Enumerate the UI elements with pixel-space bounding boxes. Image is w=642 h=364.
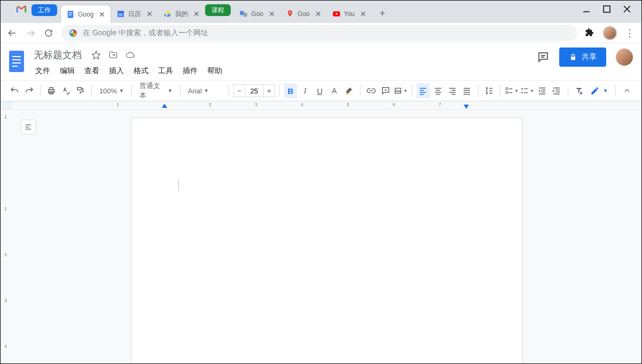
highlight-button[interactable] xyxy=(342,83,355,98)
increase-indent-button[interactable] xyxy=(550,83,563,98)
decrease-indent-button[interactable] xyxy=(536,83,549,98)
align-right-button[interactable] xyxy=(446,83,459,98)
print-button[interactable] xyxy=(45,83,58,98)
font-select[interactable]: Arial▼ xyxy=(185,83,224,98)
close-icon[interactable]: ✕ xyxy=(193,10,200,18)
tab-docs[interactable]: Goog ✕ xyxy=(60,5,111,23)
bold-button[interactable]: B xyxy=(284,83,297,98)
editing-mode-button[interactable]: ▼ xyxy=(587,83,611,98)
drive-favicon-icon xyxy=(163,10,172,18)
extensions-icon[interactable] xyxy=(585,28,596,38)
tab-work[interactable]: 工作 xyxy=(32,4,57,16)
svg-point-55 xyxy=(521,88,523,90)
menu-tools[interactable]: 工具 xyxy=(154,64,177,78)
docs-logo-icon[interactable] xyxy=(7,49,26,74)
underline-button[interactable]: U xyxy=(313,83,326,98)
calendar-favicon-icon: 31 xyxy=(116,10,125,18)
align-center-button[interactable] xyxy=(432,83,444,98)
svg-rect-0 xyxy=(68,11,74,18)
font-size-input[interactable]: 25 xyxy=(245,84,263,97)
maps-favicon-icon xyxy=(286,10,294,18)
tab-classroom[interactable]: 课程 xyxy=(205,4,231,16)
menu-help[interactable]: 帮助 xyxy=(203,64,226,78)
cloud-status-icon[interactable] xyxy=(126,50,135,60)
menu-file[interactable]: 文件 xyxy=(32,64,54,78)
insert-link-button[interactable] xyxy=(364,83,377,98)
redo-button[interactable] xyxy=(22,83,35,98)
paint-format-button[interactable] xyxy=(74,83,87,98)
document-page[interactable] xyxy=(131,117,523,364)
paragraph-style-select[interactable]: 普通文本▼ xyxy=(136,83,176,98)
font-size-stepper: − 25 + xyxy=(233,84,275,97)
checklist-button[interactable]: ▼ xyxy=(505,83,519,98)
maximize-icon[interactable] xyxy=(603,5,610,13)
svg-point-9 xyxy=(289,12,291,13)
more-menu-icon[interactable]: ⋮ xyxy=(624,27,635,39)
first-line-indent-icon[interactable] xyxy=(162,104,167,108)
tab-translate[interactable]: Goo ✕ xyxy=(234,5,280,23)
text-cursor xyxy=(178,179,179,191)
align-justify-button[interactable] xyxy=(460,83,473,98)
svg-rect-18 xyxy=(12,59,21,60)
pencil-icon xyxy=(590,86,600,96)
move-icon[interactable] xyxy=(108,50,118,60)
font-size-decrease[interactable]: − xyxy=(233,84,245,97)
svg-rect-31 xyxy=(395,88,401,93)
new-tab-button[interactable]: + xyxy=(375,6,390,21)
align-left-button[interactable] xyxy=(417,83,429,98)
close-icon[interactable]: ✕ xyxy=(99,10,105,19)
close-window-icon[interactable] xyxy=(623,5,631,13)
tab-drive[interactable]: 我的 ✕ xyxy=(158,5,205,23)
reload-icon[interactable] xyxy=(43,28,54,38)
font-size-increase[interactable]: + xyxy=(263,84,275,97)
line-spacing-button[interactable] xyxy=(483,83,496,98)
tab-label: 我的 xyxy=(175,10,188,19)
tab-maps[interactable]: Goo ✕ xyxy=(280,5,327,23)
profile-avatar[interactable] xyxy=(603,26,617,40)
menu-addons[interactable]: 插件 xyxy=(179,64,201,78)
close-icon[interactable]: ✕ xyxy=(269,10,275,18)
svg-rect-16 xyxy=(9,51,24,72)
right-indent-icon[interactable] xyxy=(464,105,469,109)
star-icon[interactable] xyxy=(91,50,101,60)
menu-edit[interactable]: 编辑 xyxy=(56,64,79,78)
account-avatar[interactable] xyxy=(616,49,633,66)
minimize-icon[interactable] xyxy=(583,5,590,13)
italic-button[interactable]: I xyxy=(299,83,311,98)
menu-format[interactable]: 格式 xyxy=(130,64,152,78)
text-color-button[interactable]: A xyxy=(328,83,341,98)
outline-toggle-button[interactable] xyxy=(21,120,36,134)
clear-formatting-button[interactable] xyxy=(573,83,585,98)
close-icon[interactable]: ✕ xyxy=(360,10,366,18)
collapse-toolbar-button[interactable] xyxy=(620,83,634,98)
tab-label: Goog xyxy=(78,11,93,18)
close-icon[interactable]: ✕ xyxy=(146,10,153,18)
omnibox[interactable]: 在 Google 中搜索，或者输入一个网址 xyxy=(61,25,577,41)
svg-rect-23 xyxy=(571,57,575,60)
insert-image-button[interactable]: ▼ xyxy=(394,83,408,98)
svg-rect-19 xyxy=(12,62,21,64)
comments-icon[interactable] xyxy=(537,51,550,64)
vertical-ruler[interactable]: 1 1 2 3 4 xyxy=(1,110,12,364)
menu-insert[interactable]: 插入 xyxy=(105,64,128,78)
svg-rect-25 xyxy=(50,88,53,90)
share-button[interactable]: 共享 xyxy=(559,48,606,67)
zoom-select[interactable]: 100%▼ xyxy=(96,83,127,98)
insert-comment-button[interactable] xyxy=(379,83,392,98)
spellcheck-button[interactable] xyxy=(59,83,72,98)
close-icon[interactable]: ✕ xyxy=(315,10,322,18)
document-title[interactable]: 无标题文档 xyxy=(32,48,84,62)
bulleted-list-button[interactable]: ▼ xyxy=(520,83,534,98)
tab-youtube[interactable]: You ✕ xyxy=(327,5,372,23)
svg-rect-51 xyxy=(506,88,508,90)
horizontal-ruler[interactable]: 1 2 3 4 5 6 7 xyxy=(12,101,641,109)
menu-view[interactable]: 查看 xyxy=(81,64,103,78)
gmail-icon[interactable] xyxy=(15,3,27,15)
tab-calendar[interactable]: 31 日历 ✕ xyxy=(111,5,158,23)
undo-button[interactable] xyxy=(8,83,21,98)
chevron-down-icon: ▼ xyxy=(119,88,124,93)
chevron-down-icon: ▼ xyxy=(204,88,209,93)
tab-label: 日历 xyxy=(128,10,141,19)
back-icon[interactable] xyxy=(7,28,18,38)
svg-rect-12 xyxy=(604,6,610,12)
